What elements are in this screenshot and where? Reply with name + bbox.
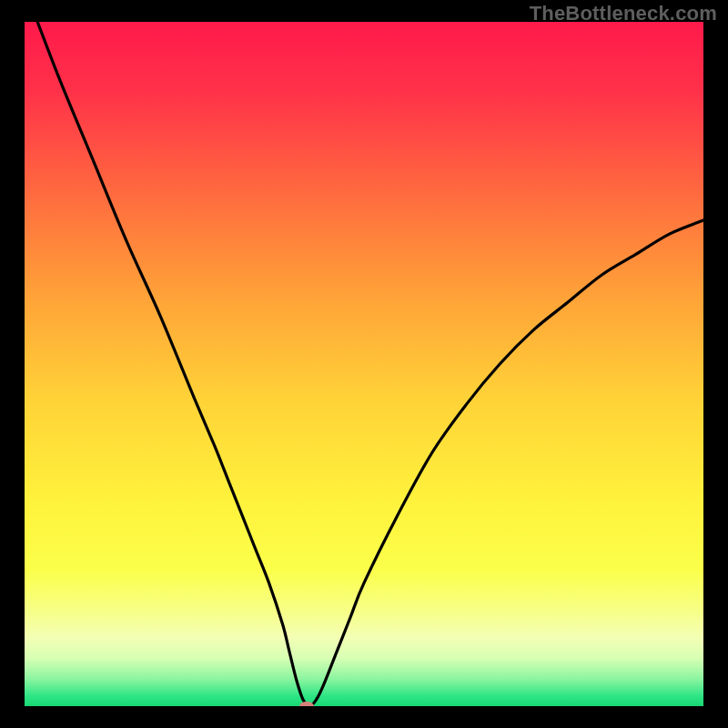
optimal-marker [299,702,314,706]
svg-rect-0 [25,22,703,706]
chart-frame: TheBottleneck.com [0,0,728,728]
plot-area [25,22,703,706]
watermark-text: TheBottleneck.com [530,2,717,25]
background-gradient [25,22,703,706]
